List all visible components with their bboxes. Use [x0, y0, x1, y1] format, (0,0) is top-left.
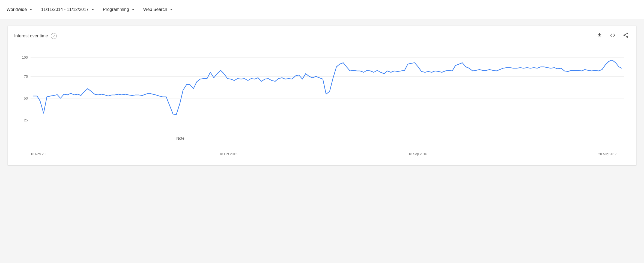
- share-icon: [623, 32, 629, 38]
- download-button[interactable]: [595, 31, 604, 41]
- search-type-dropdown-arrow: [170, 9, 173, 10]
- category-dropdown-arrow: [132, 9, 135, 10]
- search-type-label: Web Search: [143, 7, 167, 12]
- date-range-dropdown[interactable]: 11/11/2014 - 11/12/2017: [41, 6, 94, 13]
- region-dropdown-arrow: [29, 9, 32, 10]
- region-dropdown[interactable]: Worldwide: [7, 6, 32, 13]
- chart-wrapper: 100 75 50 25 Note 16 Nov 20... 18 Oct 20…: [14, 46, 630, 161]
- chart-card: Interest over time ?: [8, 26, 636, 165]
- chart-title-area: Interest over time ?: [14, 33, 57, 39]
- svg-text:25: 25: [24, 118, 28, 122]
- x-label-1: 16 Nov 20...: [31, 152, 48, 156]
- download-icon: [597, 32, 603, 38]
- svg-text:50: 50: [24, 96, 28, 100]
- trend-line: [33, 60, 622, 115]
- svg-text:100: 100: [22, 55, 28, 59]
- chart-title: Interest over time: [14, 34, 48, 38]
- embed-button[interactable]: [609, 31, 617, 41]
- share-button[interactable]: [622, 31, 630, 41]
- category-dropdown[interactable]: Programming: [103, 6, 135, 13]
- main-area: Interest over time ?: [0, 19, 644, 263]
- category-label: Programming: [103, 7, 129, 12]
- x-label-3: 18 Sep 2016: [409, 152, 427, 156]
- date-range-label: 11/11/2014 - 11/12/2017: [41, 7, 88, 12]
- chart-svg: 100 75 50 25 Note: [14, 46, 630, 150]
- svg-text:Note: Note: [176, 136, 184, 141]
- chart-header: Interest over time ?: [14, 31, 630, 41]
- chart-actions: [595, 31, 630, 41]
- help-icon[interactable]: ?: [51, 33, 57, 39]
- toolbar: Worldwide 11/11/2014 - 11/12/2017 Progra…: [0, 0, 644, 19]
- embed-icon: [610, 32, 616, 38]
- date-range-dropdown-arrow: [91, 9, 94, 10]
- search-type-dropdown[interactable]: Web Search: [143, 6, 173, 13]
- svg-text:75: 75: [24, 74, 28, 79]
- chart-divider: [14, 44, 630, 44]
- x-label-4: 20 Aug 2017: [598, 152, 617, 156]
- x-label-2: 18 Oct 2015: [219, 152, 237, 156]
- x-axis-labels: 16 Nov 20... 18 Oct 2015 18 Sep 2016 20 …: [14, 151, 630, 156]
- region-label: Worldwide: [7, 7, 27, 12]
